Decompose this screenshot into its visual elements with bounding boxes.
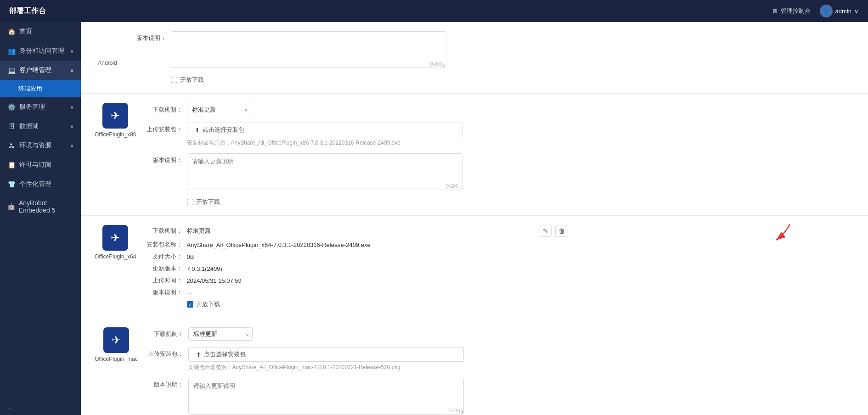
x64-version-row: 更新版本： 7.0.3.1(2409) — [146, 264, 568, 273]
x64-versionnote-value: --- — [187, 289, 568, 296]
sidebar: 🏠 首页 👥 身份和访问管理 ∨ 💻 客户端管理 ∧ 终端应用 ⚙️ 服务管理 … — [0, 22, 81, 415]
user-dropdown-icon: ∨ — [854, 8, 859, 15]
mac-version-field: 0/200 — [188, 378, 569, 415]
x86-download-label: 下载机制： — [146, 103, 182, 114]
sidebar-item-license[interactable]: 📋 许可与订阅 — [0, 155, 81, 174]
sidebar-item-env[interactable]: 🖧 环境与资源 ∨ — [0, 136, 81, 155]
x64-open-download-label: 开放下载 — [196, 300, 220, 308]
iam-arrow-icon: ∨ — [70, 49, 73, 54]
x86-download-select[interactable]: 标准更新 强制更新 禁止更新 — [187, 103, 251, 116]
home-icon: 🏠 — [7, 28, 16, 36]
x86-textarea-wrap: 0/200 — [187, 153, 462, 191]
red-arrow-annotation — [758, 219, 795, 247]
user-avatar-icon: 👤 — [820, 5, 833, 17]
service-icon: ⚙️ — [7, 103, 16, 111]
x86-textarea-count: 0/200 — [446, 183, 459, 189]
android-textarea-wrap: 0/200 — [171, 31, 446, 69]
x64-action-buttons: ✎ 🗑 — [540, 225, 568, 237]
x86-open-download-checkbox[interactable] — [187, 199, 193, 205]
x86-version-field: 0/200 — [187, 153, 568, 191]
mac-download-row: 下载机制： 标准更新 强制更新 禁止更新 ∨ — [147, 327, 569, 341]
mac-textarea-count: 0/200 — [447, 408, 460, 413]
x86-version-textarea[interactable] — [187, 153, 462, 190]
mac-version-label: 版本说明： — [147, 378, 184, 389]
x86-upload-label: 上传安装包： — [146, 123, 182, 134]
x64-delete-btn[interactable]: 🗑 — [555, 225, 568, 237]
collapse-icon: ≡ — [7, 404, 11, 410]
x64-info-display: 下载机制： 标准更新 ✎ 🗑 安装包名称： AnyShare_All_Offic — [146, 225, 568, 308]
x64-uploadtime-label: 上传时间： — [146, 276, 182, 285]
x64-open-download-checkbox[interactable]: ✓ — [187, 301, 193, 308]
layout: 🏠 首页 👥 身份和访问管理 ∨ 💻 客户端管理 ∧ 终端应用 ⚙️ 服务管理 … — [0, 22, 868, 415]
sidebar-item-datalake[interactable]: 🗄 数据湖 ∨ — [0, 117, 81, 136]
x64-versionnote-row: 版本说明： --- — [146, 288, 568, 297]
upload-icon: ⬆ — [195, 127, 200, 134]
x86-plugin-icon: ✈ — [102, 103, 128, 129]
client-icon: 💻 — [7, 66, 16, 74]
sidebar-item-iam[interactable]: 👥 身份和访问管理 ∨ — [0, 41, 81, 61]
x64-icon-wrap: ✈ OfficePlugin_x64 — [81, 225, 136, 260]
x64-download-row: 下载机制： 标准更新 ✎ 🗑 — [146, 225, 568, 237]
x86-form: 下载机制： 标准更新 强制更新 禁止更新 ∨ 上传安装包： — [146, 103, 568, 206]
delete-icon: 🗑 — [558, 227, 565, 235]
android-section: Android 版本说明： 0/200 开放下载 — [81, 22, 868, 94]
management-console-btn[interactable]: 🖥 管理控制台 — [772, 7, 811, 15]
edit-icon: ✎ — [543, 227, 548, 235]
android-version-field: 0/200 — [171, 31, 552, 69]
x86-plugin-icon-symbol: ✈ — [111, 109, 120, 122]
x64-package-value: AnyShare_All_OfficePlugin_x64-7.0.3.1-20… — [187, 241, 568, 248]
x64-package-label: 安装包名称： — [146, 241, 182, 249]
mac-download-select-wrap: 标准更新 强制更新 禁止更新 ∨ — [188, 327, 253, 341]
android-version-textarea[interactable] — [171, 31, 446, 68]
sidebar-item-client[interactable]: 💻 客户端管理 ∧ — [0, 61, 81, 80]
sidebar-collapse-btn[interactable]: ≡ — [0, 399, 81, 415]
x86-download-select-wrap: 标准更新 强制更新 禁止更新 ∨ — [187, 103, 251, 116]
x64-download-value: 标准更新 — [187, 227, 535, 235]
mac-form: 下载机制： 标准更新 强制更新 禁止更新 ∨ 上传安装包： — [147, 327, 569, 415]
x86-download-row: 下载机制： 标准更新 强制更新 禁止更新 ∨ — [146, 103, 568, 116]
mac-download-label: 下载机制： — [147, 327, 184, 338]
env-icon: 🖧 — [7, 141, 16, 150]
android-version-row: 版本说明： 0/200 — [130, 31, 552, 69]
x86-version-label: 版本说明： — [146, 153, 182, 164]
sidebar-item-service[interactable]: ⚙️ 服务管理 ∨ — [0, 97, 81, 117]
x86-version-row: 版本说明： 0/200 — [146, 153, 568, 191]
mac-download-select[interactable]: 标准更新 强制更新 禁止更新 — [188, 327, 253, 341]
x64-uploadtime-value: 2024/05/31 15:07:59 — [187, 277, 568, 284]
mac-plugin-icon-symbol: ✈ — [112, 334, 121, 347]
mac-upload-hint: 安装包命名范例：AnyShare_All_OfficePlugin_mac-7.… — [188, 364, 569, 371]
x86-open-download-label: 开放下载 — [196, 198, 220, 206]
x64-uploadtime-row: 上传时间： 2024/05/31 15:07:59 — [146, 276, 568, 285]
x86-section: ✈ OfficePlugin_x86 下载机制： 标准更新 强制更新 禁止更新 … — [81, 94, 868, 216]
service-arrow-icon: ∨ — [70, 105, 73, 110]
mac-upload-icon: ⬆ — [196, 351, 201, 358]
client-arrow-icon: ∧ — [70, 68, 73, 73]
x86-upload-field: ⬆ 点击选择安装包 安装包命名范例：AnyShare_All_OfficePlu… — [187, 123, 568, 147]
android-open-download-checkbox[interactable] — [171, 77, 177, 83]
x64-edit-btn[interactable]: ✎ — [540, 225, 552, 237]
mac-version-row: 版本说明： 0/200 — [147, 378, 569, 415]
x64-section: ✈ OfficePlugin_x64 下载机制： 标准更新 ✎ 🗑 — [81, 216, 868, 318]
user-menu[interactable]: 👤 admin ∨ — [820, 5, 859, 17]
sidebar-item-personal[interactable]: 👕 个性化管理 — [0, 174, 81, 194]
x86-upload-btn[interactable]: ⬆ 点击选择安装包 — [187, 123, 462, 137]
mac-version-textarea[interactable] — [188, 378, 464, 415]
android-open-download-label: 开放下载 — [180, 76, 204, 84]
x64-package-row: 安装包名称： AnyShare_All_OfficePlugin_x64-7.0… — [146, 241, 568, 249]
x86-open-download-row: 开放下载 — [187, 198, 568, 206]
sidebar-item-anyrobot[interactable]: 🤖 AnyRobot Embedded 5 — [0, 194, 81, 219]
x64-filesize-value: 0B — [187, 253, 568, 260]
android-plugin-name: Android — [98, 60, 117, 66]
sidebar-item-home[interactable]: 🏠 首页 — [0, 22, 81, 41]
mac-upload-btn[interactable]: ⬆ 点击选择安装包 — [188, 347, 464, 362]
mac-plugin-name: OfficePlugin_mac — [95, 356, 138, 362]
android-form: 版本说明： 0/200 开放下载 — [130, 31, 552, 84]
sidebar-item-terminal-app[interactable]: 终端应用 — [0, 80, 81, 97]
iam-icon: 👥 — [7, 47, 16, 55]
x64-versionnote-label: 版本说明： — [146, 288, 182, 297]
x86-icon-wrap: ✈ OfficePlugin_x86 — [81, 103, 136, 138]
mac-upload-label: 上传安装包： — [147, 347, 184, 358]
x64-plugin-icon-symbol: ✈ — [111, 231, 120, 244]
datalake-icon: 🗄 — [7, 122, 16, 130]
mac-icon-wrap: ✈ OfficePlugin_mac — [81, 327, 138, 362]
